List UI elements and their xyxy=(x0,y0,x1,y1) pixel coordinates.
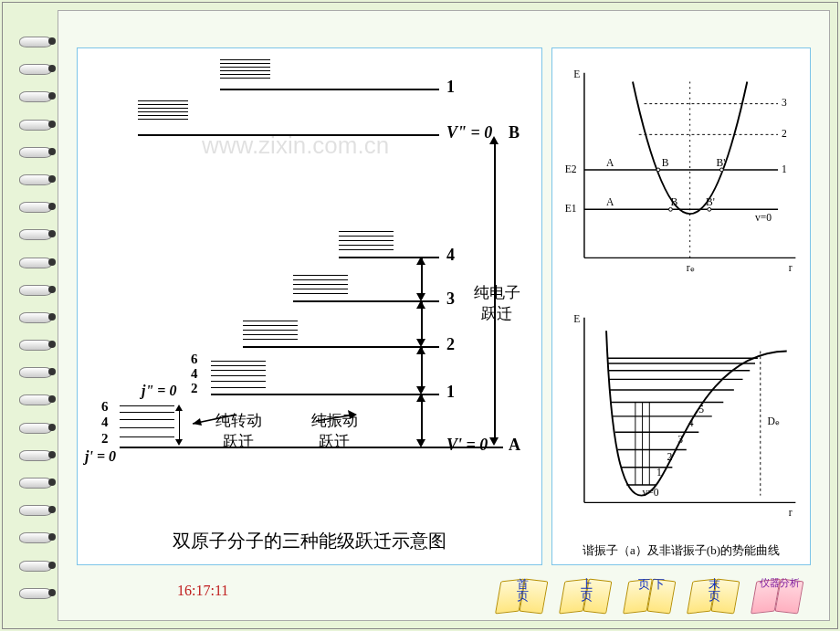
page-surface: V" = 0 B 1 xyxy=(58,10,830,621)
svg-point-26 xyxy=(669,207,673,211)
svg-text:Dₑ: Dₑ xyxy=(768,415,780,427)
svg-text:1: 1 xyxy=(782,163,787,175)
axis-label-E: E xyxy=(573,68,580,80)
nav-instrument-analysis-button[interactable]: 仪器分析 xyxy=(751,574,804,613)
svg-point-19 xyxy=(719,168,723,172)
harmonic-oscillator-diagram: E r rₑ 3 2 E2 xyxy=(558,52,804,297)
svg-text:B: B xyxy=(662,157,669,169)
nav-last-button[interactable]: 末 页 xyxy=(687,574,740,613)
slide-frame: V" = 0 B 1 xyxy=(2,2,838,629)
label-V-double-prime: V" = 0 xyxy=(446,123,492,142)
bottom-nav: 16:17:11 首 页 上 页 页 下 末 页 xyxy=(58,569,829,613)
label-v3: 3 xyxy=(446,289,455,309)
label-B: B xyxy=(509,123,520,142)
svg-point-18 xyxy=(656,168,660,172)
svg-text:E: E xyxy=(573,312,580,324)
nav-first-button[interactable]: 首 页 xyxy=(495,574,549,613)
label-jp-2: 2 xyxy=(101,431,109,447)
label-v2: 2 xyxy=(446,335,455,354)
svg-text:B': B' xyxy=(717,157,726,169)
svg-text:4: 4 xyxy=(688,417,694,429)
energy-level-diagram-panel: V" = 0 B 1 xyxy=(77,47,542,565)
label-electronic-transition: 纯电子 跃迁 xyxy=(471,282,522,324)
nav-prev-button[interactable]: 上 页 xyxy=(559,574,613,613)
svg-text:B: B xyxy=(670,196,677,208)
svg-text:E1: E1 xyxy=(565,203,577,215)
label-rotation-transition: 纯转动 跃迁 xyxy=(206,410,270,452)
label-V-prime: V' = 0 xyxy=(446,436,488,455)
label-jpp-4: 4 xyxy=(191,366,198,382)
svg-marker-1 xyxy=(193,418,202,426)
anharmonic-oscillator-diagram: E r Dₑ v=0 1 2 xyxy=(558,297,804,542)
svg-text:v=0: v=0 xyxy=(755,212,772,224)
label-jp-zero: j' = 0 xyxy=(85,448,116,465)
svg-text:E2: E2 xyxy=(565,163,577,175)
label-jp-4: 4 xyxy=(101,415,109,430)
svg-text:A: A xyxy=(606,196,614,208)
timestamp: 16:17:11 xyxy=(177,583,228,599)
label-v1: 1 xyxy=(446,383,455,402)
potential-curves-panel: E r rₑ 3 2 E2 xyxy=(551,47,811,565)
svg-text:rₑ: rₑ xyxy=(687,262,695,274)
axis-label-r: r xyxy=(789,262,793,274)
nav-buttons: 首 页 上 页 页 下 末 页 仪器分析 xyxy=(499,574,802,613)
svg-text:v=0: v=0 xyxy=(643,486,659,498)
svg-text:5: 5 xyxy=(698,404,704,415)
label-jp-6: 6 xyxy=(101,399,109,415)
svg-text:1: 1 xyxy=(656,467,662,479)
right-diagram-caption: 谐振子（a）及非谐振子(b)的势能曲线 xyxy=(558,541,804,563)
svg-text:3: 3 xyxy=(677,433,683,445)
label-v4: 4 xyxy=(446,246,455,265)
label-A: A xyxy=(509,436,520,455)
left-diagram-caption: 双原子分子的三种能级跃迁示意图 xyxy=(83,529,536,553)
label-jpp-6: 6 xyxy=(191,352,198,367)
spiral-binding xyxy=(19,35,54,601)
label-vibration-transition: 纯振动 跃迁 xyxy=(302,410,366,452)
svg-text:A: A xyxy=(606,157,614,169)
svg-point-27 xyxy=(708,207,711,211)
label-jpp-2: 2 xyxy=(191,381,198,396)
label-top-1: 1 xyxy=(446,78,455,97)
nav-next-button[interactable]: 页 下 xyxy=(623,574,677,613)
svg-text:2: 2 xyxy=(667,451,673,463)
svg-text:r: r xyxy=(789,506,793,518)
label-jpp-zero: j" = 0 xyxy=(142,383,176,399)
svg-text:3: 3 xyxy=(782,98,787,110)
svg-text:2: 2 xyxy=(782,128,787,140)
svg-text:B': B' xyxy=(706,196,715,208)
content-area: V" = 0 B 1 xyxy=(77,47,811,565)
energy-level-diagram: V" = 0 B 1 xyxy=(83,54,536,559)
